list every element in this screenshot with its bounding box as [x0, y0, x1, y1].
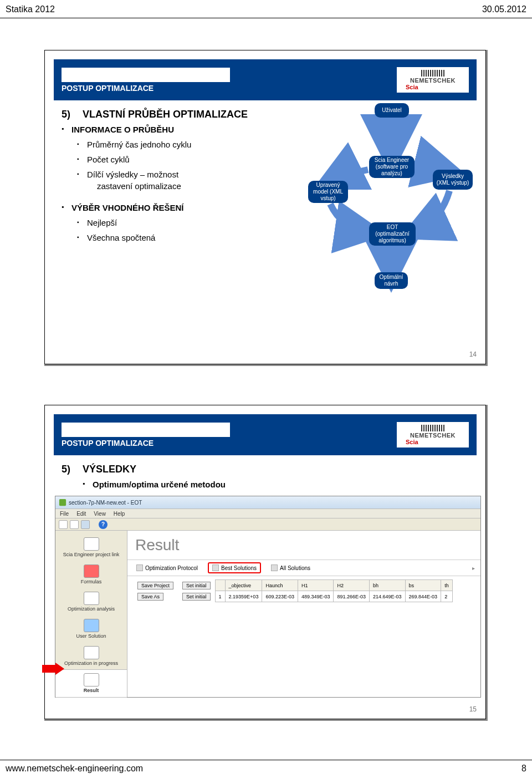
progress-icon	[84, 646, 99, 659]
analysis-icon	[84, 592, 99, 605]
tab-scroll-right-icon[interactable]: ▸	[472, 565, 475, 571]
col-index	[215, 580, 225, 591]
svg-rect-0	[59, 499, 66, 506]
tab-best-solutions[interactable]: Best Solutions	[208, 562, 261, 573]
slide1-section-heading: 5)VLASTNÍ PRŮBĚH OPTIMALIZACE	[62, 109, 294, 120]
nemetschek-logo: NEMETSCHEK Scia	[397, 422, 469, 448]
formula-icon	[84, 565, 99, 578]
menu-file[interactable]: File	[60, 511, 69, 517]
sidebar-item-user-solution[interactable]: User Solution	[55, 616, 127, 643]
eot-sidebar: Scia Engineer project link Formulas Opti…	[55, 531, 127, 697]
all-solutions-icon	[271, 565, 278, 571]
toolbar-new-icon[interactable]	[59, 520, 68, 529]
col-h1: H1	[298, 580, 334, 591]
footer-rule	[0, 760, 532, 760]
wrench-icon	[84, 537, 99, 551]
menu-edit[interactable]: Edit	[76, 511, 86, 517]
slide-1: OCELOVÁ OTEVŘENÁ HALA POSTUP OPTIMALIZAC…	[44, 50, 488, 366]
result-tabs: Optimization Protocol Best Solutions All…	[127, 560, 480, 576]
page-header-left: Statika 2012	[6, 4, 55, 14]
eot-app-screenshot: section-7p-NM-new.eot - EOT File Edit Vi…	[55, 496, 481, 698]
tab-all-solutions[interactable]: All Solutions	[268, 563, 314, 572]
eot-toolbar: ?	[55, 518, 480, 531]
set-initial-button-bot[interactable]: Set initial	[182, 593, 211, 601]
diagram-node-optimal: Optimální návrh	[375, 272, 408, 289]
col-h2: H2	[334, 580, 370, 591]
sidebar-item-formulas[interactable]: Formulas	[55, 561, 127, 588]
diagram-node-output: Výsledky (XML výstup)	[433, 170, 473, 190]
optimization-flow-diagram: Uživatel Scia Engineer (software pro ana…	[308, 103, 474, 303]
bullet-vsechna: Všechna spočtená	[77, 233, 294, 242]
col-bs: bs	[405, 580, 441, 591]
toolbar-open-icon[interactable]	[70, 520, 79, 529]
eot-main-pane: Result Optimization Protocol Best Soluti…	[127, 531, 480, 697]
set-initial-button-top[interactable]: Set initial	[182, 582, 211, 589]
slide1-subtitle: POSTUP OPTIMALIZACE	[62, 84, 230, 93]
diagram-node-input: Upravený model (XML vstup)	[308, 181, 348, 203]
save-as-button[interactable]: Save As	[137, 593, 163, 601]
slide2-subtitle: POSTUP OPTIMALIZACE	[62, 439, 230, 448]
menu-view[interactable]: View	[94, 511, 106, 517]
result-pane-heading: Result	[127, 531, 480, 560]
diagram-node-user: Uživatel	[375, 103, 409, 118]
slide2-number: 15	[469, 705, 477, 713]
sidebar-item-project-link[interactable]: Scia Engineer project link	[55, 534, 127, 561]
bullet-prumerny-cas: Průměrný čas jednoho cyklu	[77, 140, 294, 149]
header-rule	[0, 18, 532, 18]
bullet-informace: INFORMACE O PRŮBĚHU Průměrný čas jednoho…	[62, 125, 294, 191]
slide-2: OCELOVÁ OTEVŘENÁ HALA POSTUP OPTIMALIZAC…	[44, 405, 488, 721]
slide2-title: OCELOVÁ OTEVŘENÁ HALA	[62, 423, 230, 437]
nemetschek-logo: NEMETSCHEK Scia	[397, 67, 469, 93]
bullet-nejlepsi: Nejlepší	[77, 218, 294, 227]
col-objective: _objective	[225, 580, 262, 591]
toolbar-save-icon[interactable]	[81, 520, 90, 529]
bullet-vyber-reseni: VÝBĚR VHODNÉHO ŘEŠENÍ Nejlepší Všechna s…	[62, 203, 294, 242]
bullet-dilci-vysledky: Dílčí výsledky – možnost zastavení optim…	[77, 170, 294, 191]
bullet-pocet-cyklu: Počet cyklů	[77, 155, 294, 164]
slide1-number: 14	[469, 350, 477, 358]
menu-help[interactable]: Help	[114, 511, 125, 517]
toolbar-help-icon[interactable]: ?	[99, 520, 108, 529]
diagram-node-eot: EOT (optimalizační algoritmus)	[369, 222, 416, 246]
eot-window-titlebar: section-7p-NM-new.eot - EOT	[55, 496, 480, 509]
best-solutions-icon	[212, 565, 219, 571]
save-project-button[interactable]: Save Project	[137, 582, 173, 589]
slide2-title-bar: OCELOVÁ OTEVŘENÁ HALA POSTUP OPTIMALIZAC…	[54, 414, 477, 455]
page-header-right: 30.05.2012	[482, 4, 526, 14]
tab-optimization-protocol[interactable]: Optimization Protocol	[133, 563, 201, 572]
bullet-optimum: Optimum/optima určené metodou	[83, 480, 474, 489]
sidebar-item-optimization-analysis[interactable]: Optimization analysis	[55, 588, 127, 616]
slide1-title-bar: OCELOVÁ OTEVŘENÁ HALA POSTUP OPTIMALIZAC…	[54, 59, 477, 100]
col-th: th	[441, 580, 453, 591]
diagram-node-scia-engineer: Scia Engineer (software pro analýzu)	[369, 156, 415, 178]
table-row: Save As Set initial 1 2.19359E+03 609.22…	[133, 591, 452, 602]
sidebar-item-optimization-progress[interactable]: Optimization in progress	[55, 643, 127, 670]
sidebar-item-result[interactable]: Result	[55, 669, 127, 698]
page-footer-right: 8	[521, 764, 526, 774]
result-icon	[84, 673, 99, 687]
user-solution-icon	[84, 619, 99, 632]
protocol-icon	[136, 565, 143, 571]
results-table: Save Project Set initial _objective Haun…	[133, 579, 453, 602]
red-callout-arrow-icon	[42, 663, 64, 675]
col-haunch: Haunch	[262, 580, 298, 591]
col-bh: bh	[370, 580, 406, 591]
eot-menubar: File Edit View Help	[55, 509, 480, 518]
page-footer-left: www.nemetschek-engineering.com	[6, 764, 143, 774]
slide2-section-heading: 5)VÝSLEDKY	[62, 464, 474, 475]
app-icon	[59, 499, 66, 506]
slide1-title: OCELOVÁ OTEVŘENÁ HALA	[62, 68, 230, 82]
